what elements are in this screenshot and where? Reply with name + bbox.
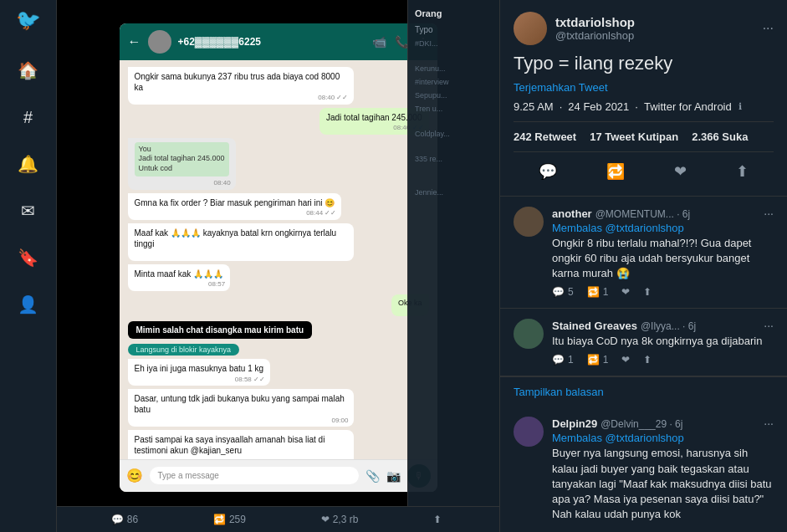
reply-comment-count: 1: [568, 354, 574, 366]
wa-camera-icon[interactable]: 📷: [386, 469, 401, 483]
tweet-detail: txtdariolshop @txtdarionlshop ··· Typo =…: [500, 0, 787, 197]
tweet-meta: 9.25 AM · 24 Feb 2021 · Twitter for Andr…: [514, 100, 774, 113]
reply-more-button[interactable]: ···: [764, 207, 774, 220]
reply-share-action[interactable]: ⬆: [643, 354, 652, 366]
reply-comment-action[interactable]: 💬1: [552, 354, 574, 366]
reply-comment-icon: 💬: [552, 354, 565, 366]
tweet-more-button[interactable]: ···: [763, 21, 774, 36]
retweet-stat-count: 242: [514, 130, 532, 143]
reply-author-name: another: [552, 207, 592, 220]
sidebar-item-notifications[interactable]: 🔔: [12, 147, 45, 181]
reply-comment-count: 5: [568, 286, 574, 298]
like-count: 2,3 rb: [333, 514, 359, 525]
reply-comment-action[interactable]: 💬5: [552, 286, 574, 298]
reply-header: Delpin29 @Delvin___29 · 6j ···: [552, 417, 774, 430]
reply-author-handle: @Delvin___29 · 6j: [600, 418, 682, 430]
reply-more-button[interactable]: ···: [764, 417, 774, 430]
reply-retweet-count: 1: [603, 354, 609, 366]
reply-share-icon: ⬆: [643, 354, 652, 366]
retweet-action-button[interactable]: 🔁: [606, 162, 625, 181]
retweet-stat[interactable]: 242 Retweet: [514, 130, 576, 143]
reply-text: Buyer nya langsung emosi, harusnya sih k…: [552, 446, 774, 522]
sidebar-item-messages[interactable]: ✉: [12, 194, 45, 228]
reply-like-action[interactable]: ❤: [621, 286, 630, 298]
reply-share-action[interactable]: ⬆: [643, 286, 652, 298]
like-stat[interactable]: 2.366 Suka: [692, 130, 748, 143]
like-action-button[interactable]: ❤: [674, 162, 687, 181]
wa-message-time: 08:44 ✓✓: [306, 209, 336, 217]
wa-message-time: 09:00: [331, 417, 348, 425]
retweet-action[interactable]: 🔁 259: [213, 514, 246, 525]
sidebar-item-profile[interactable]: 👤: [12, 288, 45, 321]
whatsapp-screenshot: ← +62▓▓▓▓▓▓6225 📹 📞 ⋮ Ongkir sama bukuny…: [120, 23, 437, 492]
tweet-text: Typo = ilang rezeky: [514, 52, 774, 76]
reply-mentions: Membalas @txtdarionlshop: [552, 222, 774, 234]
wa-call-icon[interactable]: 📞: [395, 35, 409, 49]
tweet-stats: 242 Retweet 17 Tweet Kutipan 2.366 Suka: [514, 121, 774, 152]
reply-text: Ongkir 8 ribu terlalu mahal?!?! Gua dape…: [552, 236, 774, 282]
wa-tag-bubble: Langsung di blokir kayaknya: [128, 344, 240, 356]
tweet-media-panel: ← +62▓▓▓▓▓▓6225 📹 📞 ⋮ Ongkir sama bukuny…: [57, 0, 499, 506]
like-action[interactable]: ❤ 2,3 rb: [321, 514, 359, 525]
wa-message: Ongkir sama bukunya 237 ribu trus ada bi…: [128, 67, 354, 105]
wa-attach-icon[interactable]: 📎: [365, 469, 380, 483]
author-avatar: [514, 12, 547, 45]
wa-video-icon[interactable]: 📹: [372, 35, 386, 49]
wa-message: Gmna ka fix order ? Biar masuk pengirima…: [128, 193, 342, 220]
replies-section: another @MOMENTUM... · 6j ··· Membalas @…: [500, 197, 787, 532]
share-action-button[interactable]: ⬆: [736, 162, 749, 181]
reply-author-name: Stained Greaves: [552, 320, 637, 332]
reply-retweet-action[interactable]: 🔁1: [587, 354, 609, 366]
reply-item: another @MOMENTUM... · 6j ··· Membalas @…: [500, 197, 787, 309]
reply-header: another @MOMENTUM... · 6j ···: [552, 207, 774, 220]
comment-icon: 💬: [111, 514, 124, 525]
wa-back-icon[interactable]: ←: [128, 34, 141, 49]
reply-item: Delpin29 @Delvin___29 · 6j ··· Membalas …: [500, 407, 787, 532]
wa-messages-container: Ongkir sama bukunya 237 ribu trus ada bi…: [120, 60, 437, 459]
reply-action-button[interactable]: 💬: [539, 162, 557, 181]
wa-message: Pasti sampai ka saya insyaallah amanah b…: [128, 430, 354, 458]
wa-type-message[interactable]: Type a message: [150, 467, 359, 484]
wa-emoji-icon[interactable]: 😊: [126, 468, 143, 483]
tweet-time: 9.25 AM: [514, 100, 554, 113]
reply-like-icon: ❤: [621, 354, 630, 366]
retweet-stat-label2: Retweet: [534, 130, 576, 143]
reply-avatar: [514, 417, 544, 447]
share-action[interactable]: ⬆: [433, 514, 445, 525]
sidebar-item-bookmarks[interactable]: 🔖: [12, 241, 45, 274]
reply-avatar: [514, 319, 544, 349]
info-icon[interactable]: ℹ: [738, 101, 742, 112]
wa-contact-name: +62▓▓▓▓▓▓6225: [178, 36, 262, 48]
reply-content: Stained Greaves @Ilyya... · 6j ··· Itu b…: [552, 319, 774, 366]
sidebar-item-explore[interactable]: #: [12, 100, 45, 134]
tweet-translate-link[interactable]: Terjemahkan Tweet: [514, 81, 774, 94]
sidebar: 🐦 🏠 # 🔔 ✉ 🔖 👤: [0, 0, 57, 532]
retweet-count: 259: [229, 514, 246, 525]
reply-retweet-icon: 🔁: [587, 286, 600, 298]
reply-share-icon: ⬆: [643, 286, 652, 298]
reply-author-name: Delpin29: [552, 417, 597, 430]
wa-message: Eh iya ini juga masuknya batu 1 kg 08:58…: [128, 359, 271, 386]
wa-message-time: 08:57: [208, 280, 225, 289]
comment-action[interactable]: 💬 86: [111, 514, 138, 525]
wa-highlight-bubble: Mimin salah chat disangka mau kirim batu: [128, 321, 313, 339]
show-replies-link[interactable]: Tampilkan balasan: [500, 376, 787, 407]
right-panel: txtdariolshop @txtdarionlshop ··· Typo =…: [500, 0, 787, 532]
like-icon: ❤: [321, 514, 330, 525]
reply-retweet-action[interactable]: 🔁1: [587, 286, 609, 298]
share-icon: ⬆: [433, 514, 442, 525]
reply-actions: 💬5 🔁1 ❤ ⬆: [552, 286, 774, 298]
reply-retweet-icon: 🔁: [587, 354, 600, 366]
tweet-date: 24 Feb 2021: [568, 100, 629, 113]
comment-count: 86: [127, 514, 138, 525]
reply-like-action[interactable]: ❤: [621, 354, 630, 366]
reply-header: Stained Greaves @Ilyya... · 6j ···: [552, 319, 774, 332]
sidebar-item-home[interactable]: 🏠: [12, 54, 45, 87]
quote-stat-label2: Tweet Kutipan: [605, 130, 678, 143]
wa-message-time: 08:40: [214, 179, 231, 187]
reply-content: another @MOMENTUM... · 6j ··· Membalas @…: [552, 207, 774, 299]
reply-actions: 💬1 🔁1 ❤ ⬆: [552, 354, 774, 366]
reply-more-button[interactable]: ···: [764, 319, 774, 332]
tweet-bottom-bar: 💬 86 🔁 259 ❤ 2,3 rb ⬆: [57, 506, 499, 532]
quote-stat[interactable]: 17 Tweet Kutipan: [590, 130, 678, 143]
